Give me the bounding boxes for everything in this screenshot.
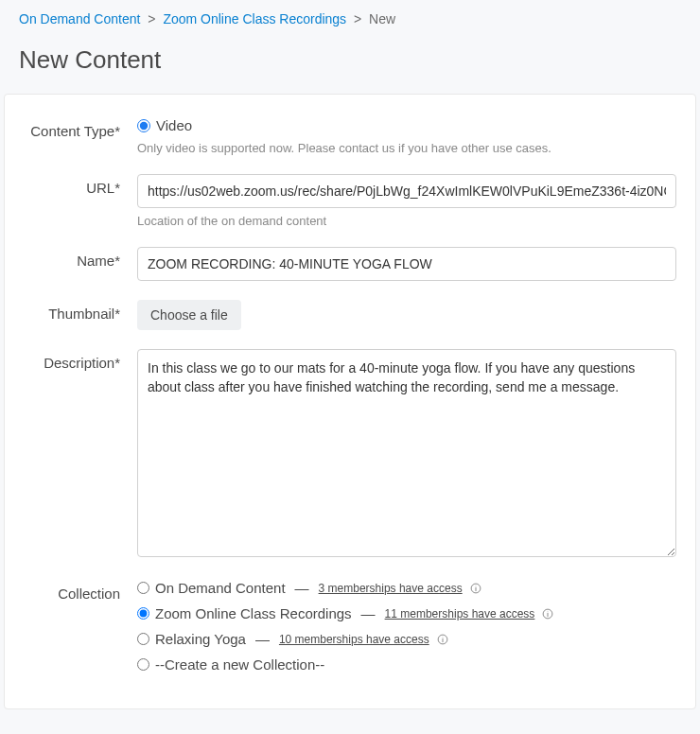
form-card: Content Type* Video Only video is suppor… <box>4 94 696 709</box>
membership-access-link[interactable]: 11 memberships have access <box>385 607 535 620</box>
collection-option[interactable]: On Demand Content—3 memberships have acc… <box>137 580 676 596</box>
label-content-type: Content Type* <box>24 117 137 139</box>
helper-content-type: Only video is supported now. Please cont… <box>137 141 676 155</box>
collection-radio-input[interactable] <box>137 607 149 620</box>
row-name: Name* <box>24 247 676 281</box>
radio-video[interactable]: Video <box>137 117 676 133</box>
choose-file-button[interactable]: Choose a file <box>137 300 241 330</box>
name-input[interactable] <box>137 247 676 281</box>
svg-point-8 <box>442 637 443 638</box>
info-icon[interactable] <box>470 583 481 594</box>
label-thumbnail: Thumbnail* <box>24 300 137 322</box>
breadcrumb-current: New <box>369 11 395 26</box>
dash-separator: — <box>295 580 309 596</box>
helper-url: Location of the on demand content <box>137 214 676 228</box>
svg-point-2 <box>475 585 476 586</box>
dash-separator: — <box>255 631 270 647</box>
description-textarea[interactable] <box>137 349 676 557</box>
url-input[interactable] <box>137 174 676 208</box>
label-collection: Collection <box>24 580 137 602</box>
row-url: URL* Location of the on demand content <box>24 174 676 228</box>
dash-separator: — <box>361 605 376 621</box>
page-title: New Content <box>0 26 700 94</box>
breadcrumb: On Demand Content > Zoom Online Class Re… <box>0 0 700 26</box>
collection-option-label: Relaxing Yoga <box>155 631 246 647</box>
info-icon[interactable] <box>437 634 448 645</box>
label-description: Description* <box>24 349 137 371</box>
breadcrumb-link-zoom-recordings[interactable]: Zoom Online Class Recordings <box>163 11 346 26</box>
row-content-type: Content Type* Video Only video is suppor… <box>24 117 676 155</box>
membership-access-link[interactable]: 3 memberships have access <box>319 582 463 595</box>
collection-option-label: --Create a new Collection-- <box>155 656 324 673</box>
row-collection: Collection On Demand Content—3 membershi… <box>24 580 676 682</box>
breadcrumb-separator: > <box>354 11 361 26</box>
collection-option[interactable]: Zoom Online Class Recordings—11 membersh… <box>137 605 676 621</box>
collection-option-label: Zoom Online Class Recordings <box>155 605 352 621</box>
label-name: Name* <box>24 247 137 269</box>
label-url: URL* <box>24 174 137 196</box>
svg-point-5 <box>548 611 549 612</box>
breadcrumb-separator: > <box>148 11 155 26</box>
collection-radio-input[interactable] <box>137 658 149 671</box>
membership-access-link[interactable]: 10 memberships have access <box>279 633 429 646</box>
radio-video-label: Video <box>156 117 192 133</box>
info-icon[interactable] <box>542 608 553 620</box>
row-thumbnail: Thumbnail* Choose a file <box>24 300 676 330</box>
collection-option[interactable]: --Create a new Collection-- <box>137 656 676 673</box>
collection-option-label: On Demand Content <box>155 580 286 596</box>
collection-radio-input[interactable] <box>137 633 149 645</box>
breadcrumb-link-on-demand-content[interactable]: On Demand Content <box>19 11 140 26</box>
collection-option[interactable]: Relaxing Yoga—10 memberships have access <box>137 631 676 647</box>
row-description: Description* <box>24 349 676 561</box>
radio-video-input[interactable] <box>137 119 150 132</box>
collection-radio-input[interactable] <box>137 582 149 594</box>
